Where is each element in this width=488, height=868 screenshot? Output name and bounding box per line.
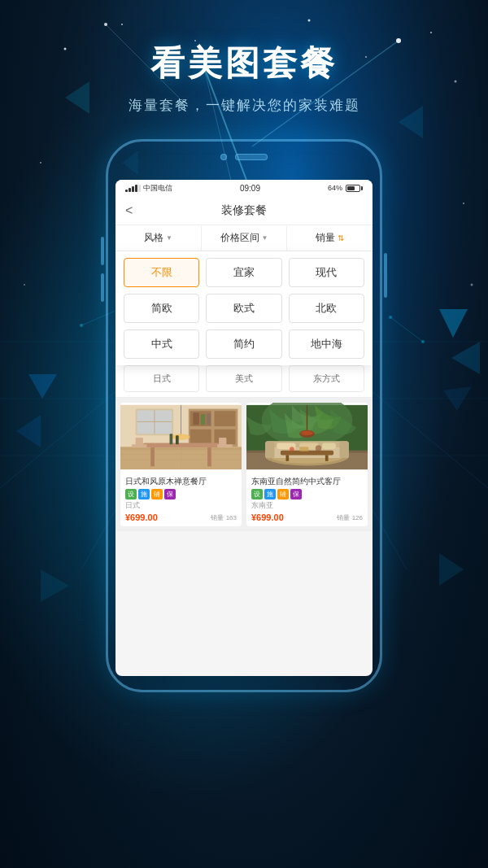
svg-rect-61 — [207, 447, 211, 466]
product-tags-1: 设 施 辅 保 — [125, 489, 237, 499]
product-image-2 — [246, 403, 368, 472]
filter-price[interactable]: 价格区间 ▼ — [202, 225, 288, 251]
svg-point-93 — [290, 447, 294, 451]
tag-fu-1: 辅 — [151, 489, 163, 499]
svg-rect-90 — [285, 455, 289, 460]
style-panel-extra: 日式 美式 东方式 — [115, 365, 373, 398]
svg-point-67 — [172, 434, 190, 439]
filter-style[interactable]: 风格 ▼ — [115, 225, 202, 251]
product-card-1[interactable]: 日式和风原木禅意餐厅 设 施 辅 保 日式 ¥699.00 销量 163 — [120, 403, 242, 526]
svg-rect-68 — [170, 434, 173, 444]
tag-fu-2: 辅 — [277, 489, 289, 499]
svg-rect-56 — [193, 412, 198, 425]
volume-down-button — [101, 273, 104, 302]
product-card-2[interactable]: 东南亚自然简约中式客厅 设 施 辅 保 东南亚 ¥699.00 销量 126 — [246, 403, 368, 526]
battery-body — [346, 185, 360, 192]
tag-bao-2: 保 — [290, 489, 302, 499]
style-grid: 不限 宜家 现代 简欧 欧式 北欧 中式 简约 地中海 — [124, 258, 364, 359]
product-style-2: 东南亚 — [251, 500, 363, 511]
battery-icon — [346, 185, 363, 192]
svg-rect-65 — [219, 438, 226, 445]
nav-bar: < 装修套餐 — [115, 196, 373, 225]
svg-rect-63 — [136, 438, 143, 445]
filter-bar: 风格 ▼ 价格区间 ▼ 销量 ⇅ — [115, 225, 373, 251]
style-btn-ikea[interactable]: 宜家 — [206, 258, 281, 287]
battery-percent: 64% — [328, 184, 342, 192]
svg-rect-69 — [176, 435, 179, 444]
status-time: 09:09 — [240, 184, 260, 193]
main-content: 看美图套餐 海量套餐，一键解决您的家装难题 — [0, 0, 488, 868]
status-right-group: 64% — [328, 184, 363, 192]
product-footer-2: ¥699.00 销量 126 — [251, 513, 363, 522]
product-image-1 — [120, 403, 242, 472]
back-button[interactable]: < — [125, 203, 142, 218]
signal-bars — [125, 185, 141, 192]
style-btn-chinese[interactable]: 中式 — [124, 329, 199, 359]
style-btn-modern[interactable]: 现代 — [289, 258, 364, 287]
signal-bar-1 — [125, 190, 128, 192]
svg-rect-54 — [190, 430, 211, 445]
filter-sales[interactable]: 销量 ⇅ — [287, 225, 373, 251]
svg-rect-88 — [322, 443, 336, 448]
product-footer-1: ¥699.00 销量 163 — [125, 513, 237, 522]
svg-rect-58 — [207, 413, 211, 425]
product-info-1: 日式和风原木禅意餐厅 设 施 辅 保 日式 ¥699.00 销量 163 — [120, 472, 242, 526]
carrier-info: 中国电信 — [125, 183, 172, 194]
signal-bar-3 — [132, 186, 134, 192]
carrier-name: 中国电信 — [143, 183, 172, 194]
tag-shi-2: 施 — [264, 489, 276, 499]
svg-rect-59 — [143, 443, 219, 447]
svg-rect-57 — [201, 414, 206, 425]
product-style-1: 日式 — [125, 500, 237, 511]
product-title-2: 东南亚自然简约中式客厅 — [251, 476, 363, 486]
phone-mockup: 中国电信 09:09 64% < 装修套餐 — [106, 139, 382, 692]
battery-fill — [347, 186, 355, 190]
product-tags-2: 设 施 辅 保 — [251, 489, 363, 499]
product-price-1: ¥699.00 — [125, 513, 158, 522]
svg-rect-53 — [214, 411, 235, 426]
sort-icon: ⇅ — [338, 233, 344, 242]
product-info-2: 东南亚自然简约中式客厅 设 施 辅 保 东南亚 ¥699.00 销量 126 — [246, 472, 368, 526]
phone-speaker — [235, 154, 268, 160]
style-btn-mediterranean[interactable]: 地中海 — [289, 329, 364, 359]
phone-screen: 中国电信 09:09 64% < 装修套餐 — [115, 180, 373, 676]
style-btn-japanese[interactable]: 日式 — [124, 365, 199, 392]
product-sales-1: 销量 163 — [211, 513, 237, 522]
nav-title: 装修套餐 — [142, 203, 346, 218]
product-title-1: 日式和风原木禅意餐厅 — [125, 476, 237, 486]
hero-subtitle: 海量套餐，一键解决您的家装难题 — [129, 96, 360, 115]
front-camera — [220, 154, 227, 160]
svg-rect-92 — [299, 447, 308, 451]
svg-point-97 — [301, 431, 313, 436]
style-btn-southeast[interactable]: 东方式 — [289, 365, 364, 392]
svg-rect-91 — [325, 455, 329, 460]
battery-tip — [361, 186, 363, 190]
phone-notch — [220, 154, 268, 160]
tag-shi-1: 施 — [138, 489, 150, 499]
filter-price-arrow: ▼ — [262, 234, 268, 242]
style-btn-american[interactable]: 美式 — [206, 365, 281, 392]
svg-rect-85 — [340, 442, 349, 458]
volume-up-button — [101, 237, 104, 265]
signal-bar-2 — [129, 188, 131, 192]
svg-rect-60 — [150, 447, 155, 466]
signal-bar-5 — [138, 185, 141, 192]
style-btn-simple-euro[interactable]: 简欧 — [124, 294, 199, 323]
status-bar: 中国电信 09:09 64% — [115, 180, 373, 196]
style-panel: 不限 宜家 现代 简欧 欧式 北欧 中式 简约 地中海 — [115, 251, 373, 365]
filter-sales-label: 销量 — [316, 231, 335, 245]
tag-she-2: 设 — [251, 489, 263, 499]
style-btn-unlimited[interactable]: 不限 — [124, 258, 199, 287]
hero-title: 看美图套餐 — [150, 41, 338, 86]
style-btn-simple[interactable]: 简约 — [206, 329, 281, 359]
filter-style-label: 风格 — [144, 231, 163, 245]
tag-she-1: 设 — [125, 489, 137, 499]
filter-price-label: 价格区间 — [220, 231, 259, 245]
style-btn-euro[interactable]: 欧式 — [206, 294, 281, 323]
svg-point-94 — [316, 445, 321, 451]
signal-bar-4 — [135, 185, 137, 192]
style-btn-nordic[interactable]: 北欧 — [289, 294, 364, 323]
product-price-2: ¥699.00 — [251, 513, 284, 522]
svg-rect-84 — [265, 442, 274, 458]
power-button — [384, 253, 387, 298]
